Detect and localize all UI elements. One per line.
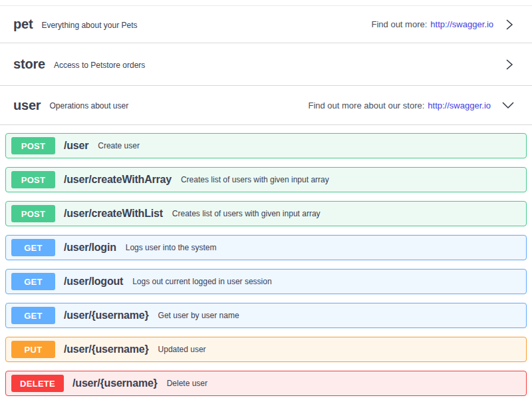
method-badge: POST	[11, 137, 55, 154]
operation-row-put-username[interactable]: PUT /user/{username} Updated user	[5, 337, 527, 362]
tag-section-user[interactable]: user Operations about user Find out more…	[0, 86, 532, 125]
tag-name-user: user	[13, 98, 41, 113]
operation-row-get-logout[interactable]: GET /user/logout Logs out current logged…	[5, 269, 527, 294]
operation-path: /user/createWithList	[64, 208, 163, 220]
operation-row-get-login[interactable]: GET /user/login Logs user into the syste…	[5, 235, 527, 260]
operation-summary: Updated user	[158, 345, 206, 354]
swagger-link-user[interactable]: http://swagger.io	[428, 101, 491, 110]
operation-summary: Create user	[98, 141, 140, 150]
chevron-down-icon[interactable]	[501, 101, 515, 110]
method-badge: GET	[11, 239, 55, 256]
operation-path: /user/{username}	[64, 309, 149, 321]
method-badge: POST	[11, 171, 55, 188]
tag-description-store: Access to Petstore orders	[54, 61, 145, 70]
tag-section-pet[interactable]: pet Everything about your Pets Find out …	[0, 6, 532, 43]
operation-row-post-createwithlist[interactable]: POST /user/createWithList Creates list o…	[5, 201, 527, 226]
operation-row-delete-username[interactable]: DELETE /user/{username} Delete user	[5, 371, 527, 396]
tag-description-user: Operations about user	[49, 101, 128, 110]
operation-row-get-username[interactable]: GET /user/{username} Get user by user na…	[5, 303, 527, 328]
find-out-more-user: Find out more about our store:http://swa…	[308, 101, 491, 110]
find-out-more-pet: Find out more:http://swagger.io	[372, 19, 494, 29]
operation-summary: Logs out current logged in user session	[132, 277, 271, 286]
operation-path: /user/logout	[64, 276, 123, 288]
operation-summary: Get user by user name	[158, 311, 239, 320]
tag-name-store: store	[13, 57, 45, 72]
operation-path: /user/login	[64, 242, 116, 254]
operation-path: /user/{username}	[72, 377, 158, 389]
operation-summary: Creates list of users with given input a…	[181, 175, 329, 184]
find-out-more-label: Find out more:	[372, 19, 428, 29]
operations-list: POST /user Create user POST /user/create…	[0, 125, 532, 396]
top-divider	[0, 0, 532, 6]
operation-path: /user	[64, 140, 88, 152]
operation-path: /user/{username}	[64, 343, 149, 355]
tag-section-store[interactable]: store Access to Petstore orders	[0, 43, 532, 86]
tag-description-pet: Everything about your Pets	[41, 21, 137, 30]
operation-path: /user/createWithArray	[64, 174, 172, 186]
chevron-right-icon[interactable]	[504, 19, 515, 31]
method-badge: POST	[11, 205, 55, 222]
swagger-link-pet[interactable]: http://swagger.io	[430, 19, 493, 29]
method-badge: DELETE	[11, 375, 64, 392]
operation-row-post-user[interactable]: POST /user Create user	[5, 133, 527, 158]
operation-summary: Logs user into the system	[126, 243, 217, 252]
operation-row-post-createwitharray[interactable]: POST /user/createWithArray Creates list …	[5, 167, 527, 192]
method-badge: GET	[11, 307, 55, 324]
find-out-more-label: Find out more about our store:	[308, 101, 424, 110]
method-badge: GET	[11, 273, 55, 290]
operation-summary: Delete user	[167, 379, 207, 388]
chevron-right-icon[interactable]	[504, 59, 515, 71]
method-badge: PUT	[11, 341, 55, 358]
operation-summary: Creates list of users with given input a…	[172, 209, 321, 218]
tag-name-pet: pet	[13, 17, 33, 32]
